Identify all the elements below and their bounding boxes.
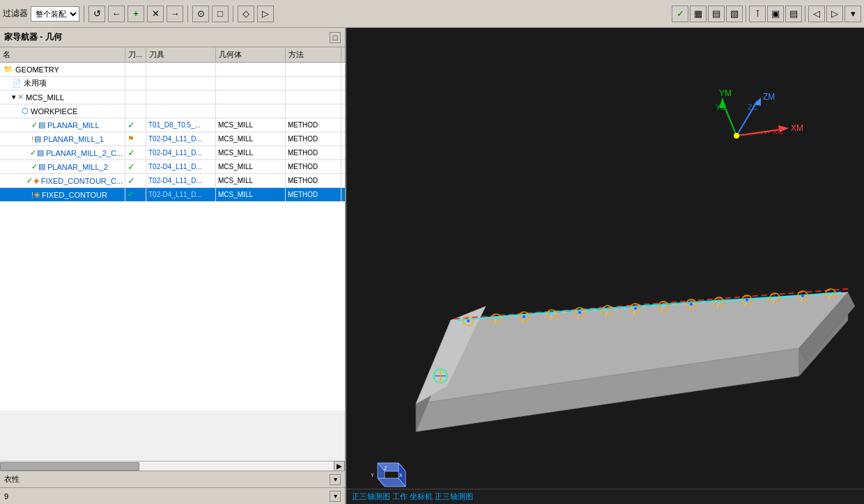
- table-row[interactable]: 📁 GEOMETRY: [0, 63, 345, 77]
- forward-btn[interactable]: →: [167, 6, 183, 22]
- svg-point-40: [634, 307, 637, 310]
- col-geom: 几何体: [216, 47, 286, 62]
- svg-text:Y: Y: [371, 473, 374, 478]
- col-tool: 刀具: [146, 47, 216, 62]
- property-expand-2[interactable]: ▾: [330, 491, 341, 502]
- property-expand-1[interactable]: ▾: [330, 474, 341, 485]
- delete-btn[interactable]: ✕: [147, 6, 164, 22]
- back-btn[interactable]: ←: [108, 6, 125, 22]
- filter-select[interactable]: 整个装配: [31, 6, 79, 22]
- fixed-contour-icon: ◈: [34, 190, 40, 199]
- viewport-status-text: 正三轴测图 工作 坐标机 正三轴测图: [352, 491, 473, 502]
- table-row[interactable]: ! ◈ FIXED_CONTOUR ✓ T02-D4_L11_D... MCS_…: [0, 188, 345, 202]
- table-row[interactable]: ✓ ◈ FIXED_CONTOUR_C... ✓ T02-D4_L11_D...…: [0, 174, 345, 188]
- status-cell: [125, 63, 146, 76]
- hscroll-bar[interactable]: ▶: [0, 461, 345, 471]
- table-row[interactable]: ! ▤ PLANAR_MILL_1 ⚑ T02-D4_L11_D... MCS_…: [0, 132, 345, 146]
- panel-title: 家导航器 - 几何: [4, 31, 62, 43]
- svg-text:XC: XC: [773, 127, 783, 136]
- tb-r5[interactable]: ▣: [767, 6, 784, 22]
- add-btn[interactable]: +: [128, 6, 144, 22]
- target-btn[interactable]: ⊙: [192, 6, 209, 22]
- tb-r2[interactable]: ▤: [708, 6, 725, 22]
- status-check5-icon: ✓: [128, 190, 134, 199]
- col-status: 刀...: [125, 47, 146, 62]
- table-row[interactable]: ✓ ▤ PLANAR_MILL_2 ✓ T02-D4_L11_D... MCS_…: [0, 160, 345, 174]
- warn5-icon: !: [31, 191, 33, 199]
- name-cell: ✓ ◈ FIXED_CONTOUR_C...: [0, 174, 125, 187]
- planar-mill1-icon: ▤: [34, 134, 41, 143]
- toolbar-sep-3: [233, 6, 233, 22]
- svg-text:YM: YM: [719, 88, 732, 98]
- sep-r1: [746, 6, 746, 22]
- svg-rect-0: [346, 28, 864, 504]
- tb-r4[interactable]: ⊺: [749, 6, 766, 22]
- property-row-1: 衣性 ▾: [0, 471, 345, 487]
- table-row[interactable]: 📄 未用项: [0, 77, 345, 90]
- planar-mill2-icon: ▤: [38, 162, 45, 171]
- expand-arrow: ▾: [12, 93, 16, 102]
- name-cell: ✓ ▤ PLANAR_MILL_2_C...: [0, 146, 125, 159]
- name-cell: ▾ ✕ MCS_MILL: [0, 90, 125, 104]
- svg-point-38: [523, 315, 525, 318]
- diamond-btn[interactable]: ◇: [238, 6, 254, 22]
- tb-r1[interactable]: ▦: [690, 6, 707, 22]
- warn-icon: !: [31, 135, 33, 143]
- status-check4-icon: ✓: [128, 175, 135, 186]
- method-cell: [286, 63, 341, 76]
- svg-text:ZC: ZC: [748, 103, 758, 111]
- svg-point-39: [578, 311, 581, 314]
- viewport[interactable]: YM ZM XM YC ZC XC: [346, 28, 864, 504]
- play-btn[interactable]: ▷: [257, 6, 274, 22]
- panel-close-btn[interactable]: □: [330, 32, 341, 43]
- tb-r6[interactable]: ▤: [785, 6, 802, 22]
- unused-icon: 📄: [12, 79, 22, 88]
- property-row-2: 9 ▾: [0, 487, 345, 504]
- panel-header: 家导航器 - 几何 □: [0, 28, 345, 47]
- svg-text:YC: YC: [716, 103, 726, 111]
- table-row[interactable]: ⬡ WORKPIECE: [0, 104, 345, 118]
- svg-text:X: X: [399, 473, 403, 478]
- table-row[interactable]: ✓ ▤ PLANAR_MILL ✓ T01_D8_T0.5_... MCS_MI…: [0, 118, 345, 132]
- col-method: 方法: [286, 47, 341, 62]
- svg-point-43: [801, 294, 804, 297]
- table-header: 名 刀... 刀具 几何体 方法: [0, 47, 345, 63]
- check-btn[interactable]: ✓: [672, 6, 688, 22]
- col-name: 名: [0, 47, 125, 62]
- table-row[interactable]: ✓ ▤ PLANAR_MILL_2_C... ✓ T02-D4_L11_D...…: [0, 146, 345, 160]
- name-cell: 📁 GEOMETRY: [0, 63, 125, 76]
- name-cell: ✓ ▤ PLANAR_MILL: [0, 118, 125, 132]
- check-small-icon: ✓: [31, 120, 38, 129]
- property-label-2: 9: [4, 492, 8, 501]
- sep-r2: [805, 6, 805, 22]
- refresh-btn[interactable]: ↺: [88, 6, 105, 22]
- empty-area: [0, 202, 345, 411]
- tb-r8[interactable]: ▷: [826, 6, 843, 22]
- svg-point-41: [690, 303, 693, 306]
- name-cell: 📄 未用项: [0, 77, 125, 90]
- right-toolbar: ✓ ▦ ▤ ▧ ⊺ ▣ ▤ ◁ ▷ ▾: [672, 6, 861, 22]
- check4-icon: ✓: [26, 176, 33, 185]
- svg-text:ZM: ZM: [763, 92, 775, 102]
- status-check-icon: ✓: [128, 120, 135, 130]
- toolbar-sep-2: [187, 6, 188, 22]
- svg-point-37: [467, 320, 470, 322]
- planar-mill2c-icon: ▤: [37, 148, 44, 157]
- check2-icon: ✓: [30, 148, 36, 157]
- left-panel: 家导航器 - 几何 □ 名 刀... 刀具 几何体 方法 📁 GEO: [0, 28, 346, 504]
- top-toolbar: 过滤器 整个装配 ↺ ← + ✕ → ⊙ □ ◇ ▷ ✓ ▦ ▤ ▧ ⊺ ▣ ▤…: [0, 0, 864, 28]
- workpiece-icon: ⬡: [22, 107, 29, 116]
- name-cell: ⬡ WORKPIECE: [0, 104, 125, 118]
- table-row[interactable]: ▾ ✕ MCS_MILL: [0, 90, 345, 104]
- tb-r3[interactable]: ▧: [726, 6, 743, 22]
- warn-flag-icon: ⚑: [128, 134, 134, 143]
- tb-r9[interactable]: ▾: [844, 6, 861, 22]
- hscroll-thumb[interactable]: [0, 462, 139, 471]
- scene-svg: YM ZM XM YC ZC XC: [346, 28, 864, 504]
- tb-r7[interactable]: ◁: [808, 6, 825, 22]
- geometry-icon: 📁: [3, 65, 13, 74]
- check3-icon: ✓: [31, 162, 38, 171]
- fixed-contour-c-icon: ◈: [33, 176, 39, 185]
- square-btn[interactable]: □: [212, 6, 229, 22]
- filter-label: 过滤器: [3, 8, 28, 19]
